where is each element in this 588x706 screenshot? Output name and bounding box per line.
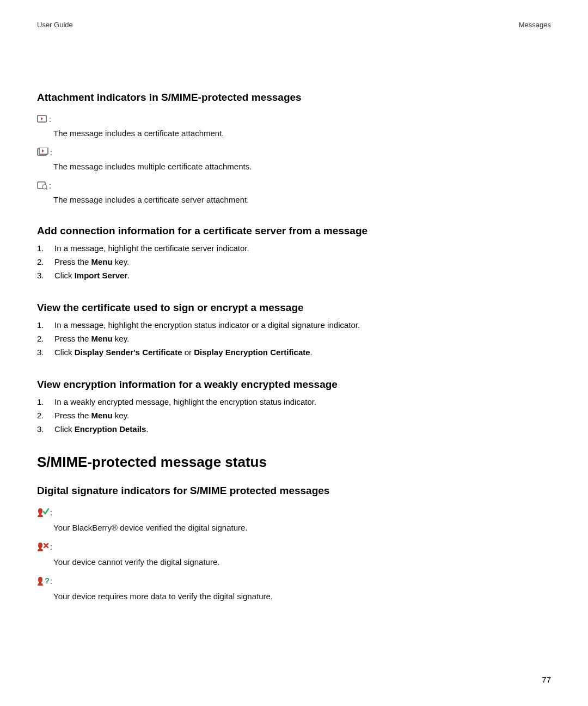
step-text: key.	[113, 411, 130, 420]
step-bold: Encryption Details	[75, 424, 146, 434]
list-item: In a message, highlight the certificate …	[37, 242, 551, 254]
step-text: Press the	[54, 411, 91, 420]
steps-add-connection: In a message, highlight the certificate …	[37, 242, 551, 281]
section-title-attachment-indicators: Attachment indicators in S/MIME-protecte…	[37, 92, 551, 104]
step-text: Press the	[54, 257, 91, 266]
header-left: User Guide	[37, 21, 73, 29]
indicator-sig-moredata: ? : Your device requires more data to ve…	[37, 576, 551, 601]
step-text: In a weakly encrypted message, highlight…	[54, 397, 316, 406]
sig-verified-icon	[37, 508, 49, 520]
step-text: key.	[113, 257, 130, 266]
page-header: User Guide Messages	[37, 21, 551, 29]
step-bold: Import Server	[75, 271, 128, 280]
section-title-view-cert: View the certificate used to sign or enc…	[37, 302, 551, 314]
section-title-digital-sig: Digital signature indicators for S/MIME …	[37, 485, 551, 497]
svg-text:?: ?	[45, 576, 49, 585]
indicator-desc: The message includes a certificate attac…	[53, 129, 551, 138]
list-item: In a weakly encrypted message, highlight…	[37, 396, 551, 407]
indicator-desc: The message includes multiple certificat…	[53, 162, 551, 171]
step-text: key.	[113, 334, 130, 343]
indicator-sig-verified: : Your BlackBerry® device verified the d…	[37, 508, 551, 532]
step-text: Press the	[54, 334, 91, 343]
indicator-cert-attach: : The message includes a certificate att…	[37, 114, 551, 138]
list-item: Click Display Sender's Certificate or Di…	[37, 346, 551, 358]
step-text: In a message, highlight the encryption s…	[54, 320, 360, 330]
svg-line-5	[46, 188, 47, 190]
step-bold: Menu	[91, 411, 113, 420]
indicator-desc: Your device requires more data to verify…	[53, 592, 551, 601]
step-text: .	[310, 348, 313, 357]
list-item: In a message, highlight the encryption s…	[37, 319, 551, 331]
indicator-desc: Your device cannot verify the digital si…	[53, 557, 551, 567]
header-right: Messages	[519, 21, 551, 29]
step-bold: Menu	[91, 334, 113, 343]
indicator-desc: The message includes a certificate serve…	[53, 195, 551, 204]
step-bold: Menu	[91, 257, 113, 266]
list-item: Press the Menu key.	[37, 410, 551, 421]
step-text: In a message, highlight the certificate …	[54, 244, 249, 253]
cert-attach-icon	[37, 114, 48, 125]
section-title-view-encryption: View encryption information for a weakly…	[37, 379, 551, 391]
list-item: Press the Menu key.	[37, 333, 551, 344]
step-text: Click	[54, 271, 75, 280]
step-bold: Display Sender's Certificate	[75, 348, 182, 357]
step-text: .	[146, 424, 148, 434]
step-text: or	[182, 348, 194, 357]
section-title-add-connection: Add connection information for a certifi…	[37, 225, 551, 237]
multi-cert-attach-icon	[37, 148, 49, 159]
step-bold: Display Encryption Certificate	[194, 348, 310, 357]
section-title-status: S/MIME-protected message status	[37, 454, 551, 471]
steps-view-cert: In a message, highlight the encryption s…	[37, 319, 551, 358]
sig-unverified-icon	[37, 542, 49, 554]
list-item: Press the Menu key.	[37, 256, 551, 267]
steps-view-encryption: In a weakly encrypted message, highlight…	[37, 396, 551, 435]
step-text: Click	[54, 348, 75, 357]
sig-moredata-icon: ?	[37, 576, 49, 588]
indicator-desc: Your BlackBerry® device verified the dig…	[53, 523, 551, 532]
list-item: Click Import Server.	[37, 270, 551, 281]
cert-server-attach-icon	[37, 181, 48, 192]
indicator-cert-server-attach: : The message includes a certificate ser…	[37, 181, 551, 204]
step-text: Click	[54, 424, 75, 434]
indicator-multi-cert-attach: : The message includes multiple certific…	[37, 148, 551, 171]
page-number: 77	[542, 675, 551, 684]
step-text: .	[127, 271, 130, 280]
list-item: Click Encryption Details.	[37, 423, 551, 435]
indicator-sig-unverified: : Your device cannot verify the digital …	[37, 542, 551, 567]
